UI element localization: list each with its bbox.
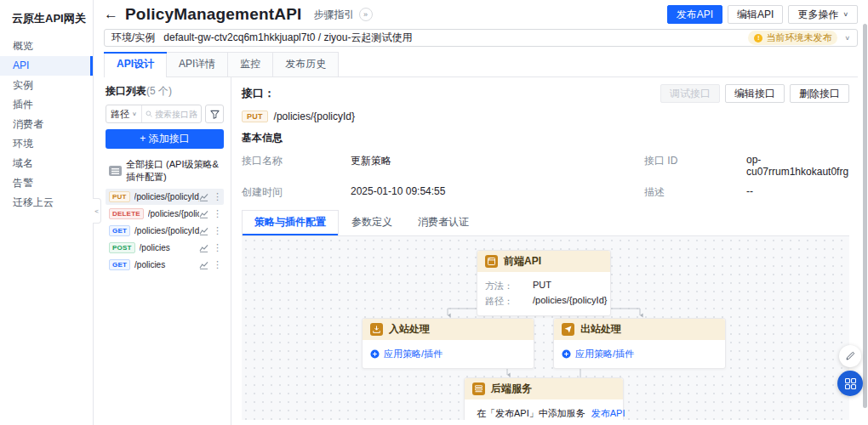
outbound-processing-node[interactable]: 出站处理 应用策略/插件 [553, 318, 726, 369]
search-input[interactable] [155, 110, 197, 119]
inbound-apply-policy-link[interactable]: 应用策略/插件 [370, 348, 443, 360]
search-type-select[interactable]: 路径 ∨ [106, 105, 142, 122]
inbound-processing-node[interactable]: 入站处理 应用策略/插件 [362, 318, 534, 369]
sidebar-item-api[interactable]: API [0, 56, 93, 76]
search-box [142, 105, 201, 122]
tab-publish-history[interactable]: 发布历史 [273, 52, 339, 76]
api-path: /policies/{policyId} [134, 192, 199, 201]
backend-service-node[interactable]: 后端服务 在「发布API」中添加服务 发布API [464, 377, 624, 420]
kebab-menu-icon[interactable]: ⋮ [213, 226, 222, 235]
tab-consumer-auth[interactable]: 消费者认证 [405, 210, 482, 235]
line-chart-icon[interactable] [199, 210, 208, 218]
env-instance-select[interactable]: 环境/实例 default-gw-ctv2cq6m1hkkjuapl7t0 / … [104, 29, 858, 47]
chevron-down-icon: ∨ [842, 11, 848, 18]
chevron-down-icon[interactable]: ∨ [844, 35, 850, 42]
add-api-button[interactable]: + 添加接口 [106, 129, 224, 149]
publish-api-button[interactable]: 发布API [667, 5, 722, 24]
outbound-apply-policy-link[interactable]: 应用策略/插件 [562, 348, 634, 360]
method-badge: POST [109, 242, 135, 253]
api-search-group: 路径 ∨ [106, 105, 202, 123]
back-icon[interactable]: ← [104, 6, 118, 23]
all-apis-group-header[interactable]: 全部接口 (API级策略&插件配置) [106, 156, 224, 189]
info-label: 接口名称 [242, 154, 351, 178]
api-path: /policies/{policyId} [148, 209, 199, 218]
feedback-pencil-button[interactable] [839, 345, 861, 367]
tab-api-design[interactable]: API设计 [104, 52, 167, 76]
info-value: -- [746, 185, 858, 200]
widget-grid-button[interactable] [837, 371, 863, 396]
outbound-apply-policy-label: 应用策略/插件 [575, 348, 634, 360]
sidebar-item-migrate[interactable]: 迁移上云 [0, 193, 93, 212]
sidebar-collapse-handle[interactable]: < [93, 198, 101, 224]
line-chart-icon[interactable] [199, 261, 208, 269]
info-value: 更新策略 [351, 154, 644, 178]
sidebar-item-overview[interactable]: 概览 [0, 37, 93, 56]
sidebar-item-environment[interactable]: 环境 [0, 134, 93, 154]
publish-api-link[interactable]: 发布API [591, 407, 625, 420]
api-row[interactable]: PUT /policies/{policyId} ⋮ [106, 189, 224, 205]
tab-parameter-definition[interactable]: 参数定义 [339, 210, 405, 235]
sidebar-nav: 概览 API 实例 插件 消费者 环境 域名 告警 迁移上云 [0, 37, 93, 212]
vertical-scrollbar[interactable] [863, 24, 867, 408]
kebab-menu-icon[interactable]: ⋮ [213, 260, 222, 269]
delete-interface-button[interactable]: 删除接口 [790, 84, 849, 103]
sidebar-item-instance[interactable]: 实例 [0, 76, 93, 95]
sidebar-item-consumer[interactable]: 消费者 [0, 115, 93, 134]
frontend-api-title: 前端API [504, 254, 541, 269]
content-split: 接口列表(5 个) 路径 ∨ [104, 77, 858, 425]
info-value: 2025-01-10 09:54:55 [351, 185, 644, 200]
frontend-path-row: 路径： /policies/{policyId} [485, 295, 602, 308]
outbound-node-body: 应用策略/插件 [554, 340, 725, 368]
pencil-icon [845, 351, 855, 361]
kebab-menu-icon[interactable]: ⋮ [213, 192, 222, 201]
tab-api-detail[interactable]: API详情 [167, 52, 228, 76]
info-value: op-cu07rrum1hkokaut0frg [746, 154, 858, 178]
tab-monitor[interactable]: 监控 [228, 52, 273, 76]
api-row[interactable]: DELETE /policies/{policyId} ⋮ [106, 206, 224, 222]
api-row-icons: ⋮ [199, 226, 222, 235]
api-row-icons: ⋮ [199, 243, 222, 252]
sidebar-item-plugin[interactable]: 插件 [0, 95, 93, 115]
sidebar-item-domain[interactable]: 域名 [0, 154, 93, 173]
env-bar-right: ! 当前环境未发布 ∨ [748, 31, 850, 45]
header-actions: 发布API 编辑API 更多操作 ∨ [667, 5, 858, 24]
all-apis-group-label: 全部接口 (API级策略&插件配置) [126, 158, 222, 184]
edit-interface-button[interactable]: 编辑接口 [725, 84, 785, 103]
basic-info-grid: 接口名称 更新策略 接口 ID op-cu07rrum1hkokaut0frg … [242, 154, 858, 200]
env-status-text: 当前环境未发布 [766, 31, 831, 44]
edit-api-button[interactable]: 编辑API [728, 5, 783, 24]
kebab-menu-icon[interactable]: ⋮ [213, 243, 222, 252]
filter-funnel-button[interactable] [205, 105, 224, 123]
search-icon [146, 110, 152, 118]
method-label: 方法： [485, 280, 533, 292]
detail-header: 接口： 调试接口 编辑接口 删除接口 [242, 84, 858, 103]
method-value: PUT [533, 280, 551, 292]
step-guide-label: 步骤指引 [314, 8, 355, 22]
kebab-menu-icon[interactable]: ⋮ [213, 209, 222, 218]
env-instance-label: 环境/实例 [111, 31, 155, 45]
grid-icon [845, 378, 856, 389]
env-status-badge: ! 当前环境未发布 [748, 31, 837, 45]
step-guide-expand-icon[interactable]: » [359, 8, 373, 21]
line-chart-icon[interactable] [199, 227, 208, 235]
tab-policy-plugin-config[interactable]: 策略与插件配置 [242, 210, 339, 235]
inbound-node-body: 应用策略/插件 [363, 340, 534, 368]
sidebar-item-alert[interactable]: 告警 [0, 173, 93, 193]
frontend-api-node[interactable]: 前端API 方法： PUT 路径： /policies/{policyId} [477, 250, 611, 316]
line-chart-icon[interactable] [199, 193, 208, 201]
method-badge: DELETE [109, 208, 144, 219]
line-chart-icon[interactable] [199, 244, 208, 252]
frontend-api-icon [485, 255, 498, 268]
policy-flow-canvas[interactable]: 前端API 方法： PUT 路径： /policies/{policyId} [242, 236, 849, 420]
frontend-api-body: 方法： PUT 路径： /policies/{policyId} [477, 272, 610, 315]
more-actions-button[interactable]: 更多操作 ∨ [788, 5, 858, 24]
api-row[interactable]: GET /policies ⋮ [106, 257, 224, 273]
debug-api-button[interactable]: 调试接口 [660, 84, 720, 103]
page-title: PolicyManagementAPI [125, 5, 302, 24]
api-row[interactable]: POST /policies ⋮ [106, 240, 224, 256]
api-row-icons: ⋮ [199, 209, 222, 218]
api-row[interactable]: GET /policies/{policyId} ⋮ [106, 223, 224, 239]
more-actions-label: 更多操作 [797, 8, 838, 22]
api-list-count: (5 个) [146, 85, 172, 97]
sidebar: 云原生API网关 概览 API 实例 插件 消费者 环境 域名 告警 迁移上云 … [0, 0, 94, 425]
